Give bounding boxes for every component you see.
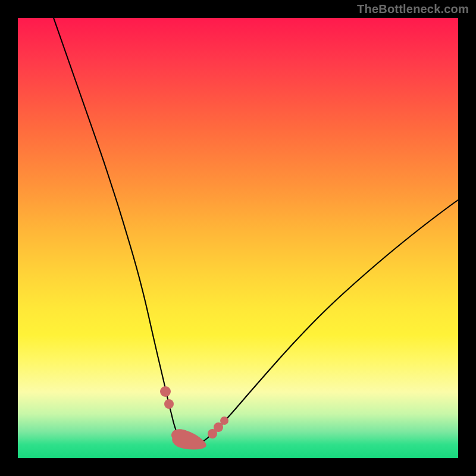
left-curve	[54, 18, 190, 447]
data-point-marker	[220, 416, 228, 425]
data-point-markers	[160, 386, 228, 439]
bottom-blob-marker	[171, 430, 206, 449]
curve-overlay	[18, 18, 458, 458]
watermark-text: TheBottleneck.com	[357, 2, 469, 16]
chart-frame: TheBottleneck.com	[0, 0, 476, 476]
plot-area	[18, 18, 458, 458]
right-curve	[190, 200, 458, 447]
data-point-marker	[164, 399, 174, 409]
data-point-marker	[160, 386, 171, 397]
